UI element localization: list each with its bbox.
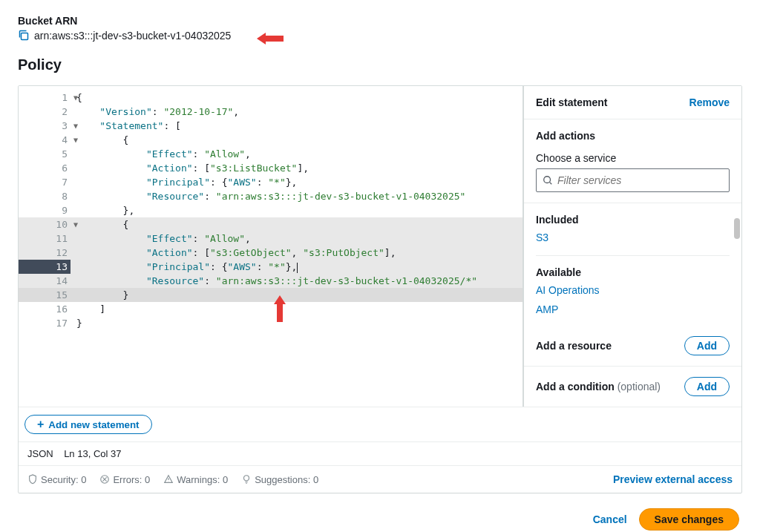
code-content[interactable]: "Effect": "Allow", [71, 231, 522, 246]
code-content[interactable]: "Version": "2012-10-17", [71, 105, 522, 119]
error-icon [99, 474, 110, 485]
policy-heading: Policy [18, 56, 742, 73]
code-line[interactable]: 4▼ { [19, 133, 522, 147]
scrollbar-thumb[interactable] [734, 218, 740, 239]
code-content[interactable]: "Action": ["s3:GetObject", "s3:PutObject… [71, 246, 522, 260]
editor-mode: JSON [27, 448, 53, 459]
code-line[interactable]: 7 "Principal": {"AWS": "*"}, [19, 175, 522, 189]
filter-services-input[interactable] [536, 168, 730, 192]
code-line[interactable]: 13 "Principal": {"AWS": "*"}, [19, 260, 522, 274]
add-resource-title: Add a resource [536, 340, 612, 352]
code-content[interactable]: } [71, 316, 522, 330]
line-number: 2 [19, 105, 71, 119]
remove-statement-link[interactable]: Remove [689, 96, 730, 108]
line-number: 5 [19, 147, 71, 161]
code-content[interactable]: "Principal": {"AWS": "*"}, [71, 175, 522, 189]
code-line[interactable]: 9 }, [19, 203, 522, 217]
code-content[interactable]: }, [71, 203, 522, 217]
code-content[interactable]: "Principal": {"AWS": "*"}, [71, 260, 522, 274]
included-service-link[interactable]: S3 [536, 231, 730, 243]
code-line[interactable]: 3▼ "Statement": [ [19, 119, 522, 133]
code-line[interactable]: 14 "Resource": "arn:aws:s3:::jt-dev-s3-b… [19, 274, 522, 288]
svg-point-1 [544, 177, 551, 183]
edit-statement-title: Edit statement [536, 96, 607, 108]
line-number: 9 [19, 203, 71, 217]
svg-point-3 [244, 476, 249, 481]
line-number: 17 [19, 316, 71, 330]
annotation-arrow-icon [255, 30, 285, 47]
svg-rect-0 [22, 33, 28, 40]
annotation-arrow-icon [271, 294, 289, 324]
code-line[interactable]: 1▼{ [19, 91, 522, 105]
code-line[interactable]: 11 "Effect": "Allow", [19, 231, 522, 246]
code-content[interactable]: ] [71, 302, 522, 316]
bucket-arn-label: Bucket ARN [18, 15, 742, 27]
line-number: 11 [19, 231, 71, 246]
line-number: 13 [19, 260, 71, 274]
line-number: 12 [19, 246, 71, 260]
line-number: 16 [19, 302, 71, 316]
code-content[interactable]: "Action": ["s3:ListBucket"], [71, 161, 522, 175]
warnings-count: Warnings: 0 [163, 474, 228, 485]
status-bar: JSON Ln 13, Col 37 [19, 441, 741, 465]
preview-external-access-link[interactable]: Preview external access [613, 473, 733, 485]
code-line[interactable]: 5 "Effect": "Allow", [19, 147, 522, 161]
line-number: 15 [19, 288, 71, 302]
choose-service-label: Choose a service [536, 152, 730, 164]
code-line[interactable]: 2 "Version": "2012-10-17", [19, 105, 522, 119]
save-changes-button[interactable]: Save changes [639, 508, 739, 531]
add-new-statement-button[interactable]: + Add new statement [24, 415, 152, 434]
line-number: 14 [19, 274, 71, 288]
add-condition-title: Add a condition [536, 381, 615, 393]
fold-toggle-icon[interactable]: ▼ [73, 133, 78, 147]
add-new-statement-label: Add new statement [48, 419, 139, 430]
add-actions-title: Add actions [536, 130, 730, 142]
line-number: 1▼ [19, 91, 71, 105]
code-content[interactable]: { [71, 91, 522, 105]
policy-editor: 1▼{2 "Version": "2012-10-17",3▼ "Stateme… [18, 85, 742, 493]
copy-icon[interactable] [18, 30, 30, 42]
code-line[interactable]: 10▼ { [19, 217, 522, 231]
plus-icon: + [37, 418, 44, 430]
code-content[interactable]: "Resource": "arn:aws:s3:::jt-dev-s3-buck… [71, 189, 522, 203]
line-number: 10▼ [19, 217, 71, 231]
errors-count: Errors: 0 [99, 474, 150, 485]
code-line[interactable]: 8 "Resource": "arn:aws:s3:::jt-dev-s3-bu… [19, 189, 522, 203]
line-number: 6 [19, 161, 71, 175]
shield-icon [27, 474, 38, 485]
cancel-button[interactable]: Cancel [593, 513, 627, 525]
add-condition-button[interactable]: Add [684, 377, 730, 396]
code-line[interactable]: 6 "Action": ["s3:ListBucket"], [19, 161, 522, 175]
filter-services-field[interactable] [557, 174, 723, 186]
cursor-position: Ln 13, Col 37 [64, 448, 121, 459]
available-label: Available [536, 266, 730, 278]
fold-toggle-icon[interactable]: ▼ [73, 217, 78, 231]
line-number: 7 [19, 175, 71, 189]
suggestions-count: Suggestions: 0 [241, 474, 318, 485]
optional-label: (optional) [618, 381, 661, 393]
available-service-link[interactable]: AI Operations [536, 284, 730, 296]
code-content[interactable]: } [71, 288, 522, 302]
available-service-link[interactable]: AMP [536, 303, 730, 315]
fold-toggle-icon[interactable]: ▼ [73, 91, 78, 105]
add-resource-button[interactable]: Add [684, 336, 730, 355]
code-content[interactable]: "Effect": "Allow", [71, 147, 522, 161]
line-number: 4▼ [19, 133, 71, 147]
line-number: 3▼ [19, 119, 71, 133]
code-content[interactable]: { [71, 217, 522, 231]
search-icon [543, 175, 553, 185]
bucket-arn-value: arn:aws:s3:::jt-dev-s3-bucket-v1-0403202… [34, 30, 231, 42]
code-line[interactable]: 12 "Action": ["s3:GetObject", "s3:PutObj… [19, 246, 522, 260]
warning-icon [163, 474, 174, 485]
fold-toggle-icon[interactable]: ▼ [73, 119, 78, 133]
line-number: 8 [19, 189, 71, 203]
code-area[interactable]: 1▼{2 "Version": "2012-10-17",3▼ "Stateme… [19, 86, 522, 407]
side-panel: Edit statement Remove Add actions Choose… [522, 86, 741, 407]
code-content[interactable]: { [71, 133, 522, 147]
code-content[interactable]: "Statement": [ [71, 119, 522, 133]
included-label: Included [536, 214, 730, 226]
security-count: Security: 0 [27, 474, 86, 485]
code-content[interactable]: "Resource": "arn:aws:s3:::jt-dev-s3-buck… [71, 274, 522, 288]
bulb-icon [241, 474, 252, 485]
